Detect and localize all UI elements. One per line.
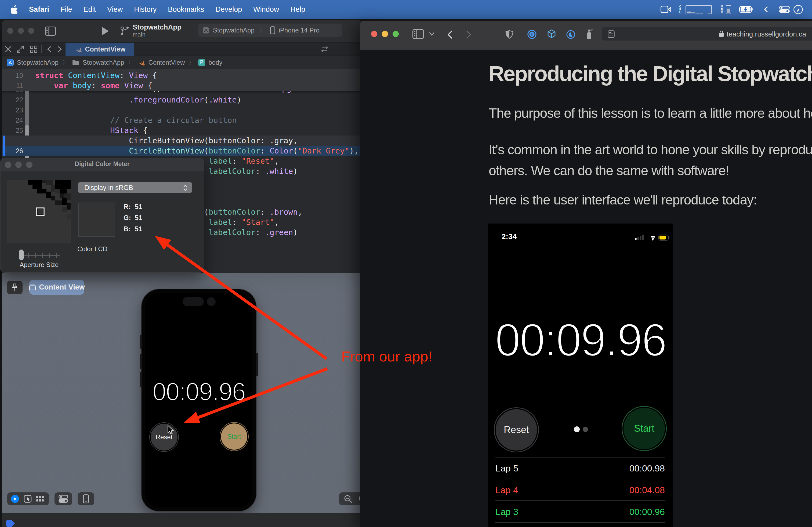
lock-icon	[719, 30, 724, 37]
lap-time: 00:04.08	[629, 485, 665, 495]
extension-cube-icon[interactable]	[547, 29, 556, 41]
sidebar-chevron-icon[interactable]	[429, 31, 435, 38]
canvas-start-label: Start	[228, 433, 241, 440]
aperture-slider[interactable]	[19, 249, 60, 261]
back-history-icon[interactable]	[46, 46, 52, 54]
xcode-branch-name: main	[133, 31, 182, 38]
page-dot-inactive[interactable]	[583, 427, 588, 432]
lap-separator	[495, 522, 665, 523]
sticky-shadow	[2, 91, 361, 94]
code-line[interactable]: 10struct ContentView: View {	[2, 70, 361, 80]
code-line[interactable]: 11 var body: some View {	[2, 80, 361, 91]
battery-icon[interactable]	[739, 6, 753, 13]
xcode-sidebar-toggle-icon[interactable]	[45, 27, 56, 37]
run-button[interactable]	[102, 27, 110, 37]
onepassword-icon[interactable]	[527, 30, 536, 40]
code-line[interactable]: 25 HStack {	[2, 125, 361, 136]
zoom-out-button[interactable]	[344, 495, 352, 505]
forward-history-icon[interactable]	[57, 46, 62, 54]
page-dot-active[interactable]	[574, 426, 580, 432]
menu-window[interactable]: Window	[253, 5, 279, 14]
menu-view[interactable]: View	[107, 5, 123, 14]
menu-develop[interactable]: Develop	[215, 5, 242, 14]
safari-zoom-button[interactable]	[393, 31, 399, 37]
safari-close-button[interactable]	[371, 31, 377, 37]
breadcrumb-chevron-icon: 〉	[188, 59, 194, 66]
apple-logo-icon[interactable]	[11, 5, 18, 14]
screen-recording-icon[interactable]	[661, 6, 671, 13]
compass-menu-icon[interactable]	[793, 4, 803, 15]
xcode-jump-bar[interactable]: StopwatchApp 〉 StopwatchApp 〉 ContentVie…	[2, 56, 361, 69]
forward-button[interactable]	[466, 31, 472, 40]
privacy-shield-icon[interactable]	[505, 30, 513, 40]
preview-device-button[interactable]	[77, 492, 94, 505]
lap-row: Lap 400:04.08	[495, 485, 665, 495]
breadcrumb-group[interactable]: StopwatchApp	[83, 59, 124, 66]
menu-file[interactable]: File	[60, 5, 72, 14]
editor-swap-icon[interactable]	[321, 46, 329, 54]
menu-bookmarks[interactable]: Bookmarks	[168, 5, 204, 14]
pixel-magnifier	[7, 180, 71, 243]
code-line[interactable]: 22 .foregroundColor(.white)	[2, 95, 361, 105]
lap-separator	[495, 457, 665, 457]
menu-safari[interactable]: Safari	[29, 5, 49, 14]
breadcrumb-file[interactable]: ContentView	[148, 59, 185, 66]
code-line[interactable]: 23	[2, 105, 361, 115]
back-button[interactable]	[447, 31, 452, 40]
cpu-graph-icon[interactable]	[685, 5, 712, 14]
cleaner-spray-icon[interactable]	[586, 29, 593, 40]
mouse-cursor	[167, 425, 175, 436]
slider-knob[interactable]	[19, 250, 24, 260]
menu-help[interactable]: Help	[290, 5, 305, 14]
lap-row: Lap 300:00.96	[495, 507, 665, 517]
variants-mode-button[interactable]	[36, 495, 44, 504]
lap-time: 00:00.96	[629, 507, 665, 517]
dark-mode-icon[interactable]	[566, 30, 575, 40]
device-icon	[270, 26, 275, 34]
reader-icon[interactable]	[608, 30, 615, 38]
menu-history[interactable]: History	[134, 5, 157, 14]
menu-edit[interactable]: Edit	[84, 5, 96, 14]
live-preview-button[interactable]	[11, 495, 19, 503]
code-line[interactable]: 24 // Create a circular button	[2, 115, 361, 125]
breakpoint-icon[interactable]	[6, 520, 15, 527]
safari-sidebar-icon[interactable]	[412, 29, 424, 40]
safari-minimize-button[interactable]	[382, 31, 388, 37]
stopwatch-timer: 00:09.96	[488, 313, 673, 366]
slider-track[interactable]	[19, 255, 60, 256]
dynamic-island	[183, 297, 204, 306]
volume-down-button	[140, 372, 142, 387]
xcode-zoom-button[interactable]	[28, 28, 34, 34]
colorspace-dropdown[interactable]: Display in sRGB	[78, 182, 192, 193]
pin-button[interactable]	[7, 281, 23, 295]
annotation-text: From our app!	[341, 348, 432, 365]
device-settings-button[interactable]	[55, 492, 72, 505]
scheme-device-label: iPhone 14 Pro	[279, 27, 320, 34]
url-text[interactable]: teaching.russellgordon.ca	[727, 30, 806, 39]
control-center-icon[interactable]	[779, 6, 790, 13]
rgb-red-row: R:51	[124, 203, 164, 211]
editor-grid-icon[interactable]	[30, 46, 37, 54]
xcode-minimize-button[interactable]	[18, 28, 24, 34]
green-value: 51	[135, 214, 142, 221]
app-icon	[7, 59, 14, 66]
xcode-close-button[interactable]	[7, 28, 13, 34]
scheme-selector[interactable]: StopwatchApp 〉 iPhone 14 Pro	[198, 24, 342, 37]
selection-label: Content View	[39, 283, 85, 291]
close-editor-icon[interactable]	[5, 46, 11, 54]
canvas-start-button[interactable]: Start	[221, 423, 247, 450]
debug-bar	[2, 513, 361, 527]
start-button[interactable]: Start	[624, 408, 665, 449]
breadcrumb-project[interactable]: StopwatchApp	[17, 59, 59, 66]
xcode-tab-bar: ContentView	[2, 43, 361, 56]
code-line[interactable]: 26 CircleButtonView(buttonColor: Color("…	[2, 146, 361, 156]
selection-pill[interactable]: Content View	[29, 280, 84, 295]
tab-contentview[interactable]: ContentView	[66, 43, 134, 56]
breadcrumb-symbol[interactable]: body	[208, 59, 222, 66]
selectable-mode-button[interactable]	[24, 495, 32, 504]
mem-gauge-icon[interactable]	[726, 5, 731, 14]
reset-button[interactable]: Reset	[496, 409, 537, 451]
chevron-left-icon[interactable]	[764, 6, 768, 12]
code-line[interactable]: CircleButtonView(buttonColor: .gray,	[2, 136, 361, 146]
expand-editor-icon[interactable]	[17, 46, 24, 54]
